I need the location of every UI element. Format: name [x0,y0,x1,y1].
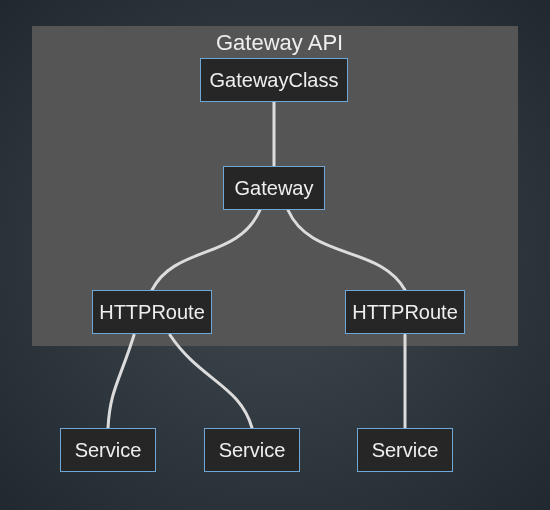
node-label: HTTPRoute [352,301,458,324]
node-gateway: Gateway [223,166,325,210]
node-gatewayclass: GatewayClass [200,58,348,102]
node-service-1: Service [60,428,156,472]
node-label: Service [219,439,286,462]
node-httproute-1: HTTPRoute [92,290,212,334]
node-httproute-2: HTTPRoute [345,290,465,334]
node-label: Service [372,439,439,462]
node-label: GatewayClass [210,69,339,92]
region-title: Gateway API [216,30,343,56]
node-label: HTTPRoute [99,301,205,324]
node-service-2: Service [204,428,300,472]
node-service-3: Service [357,428,453,472]
node-label: Service [75,439,142,462]
diagram-stage: Gateway API GatewayClass Gateway HTTPRou… [0,0,550,510]
node-label: Gateway [235,177,314,200]
